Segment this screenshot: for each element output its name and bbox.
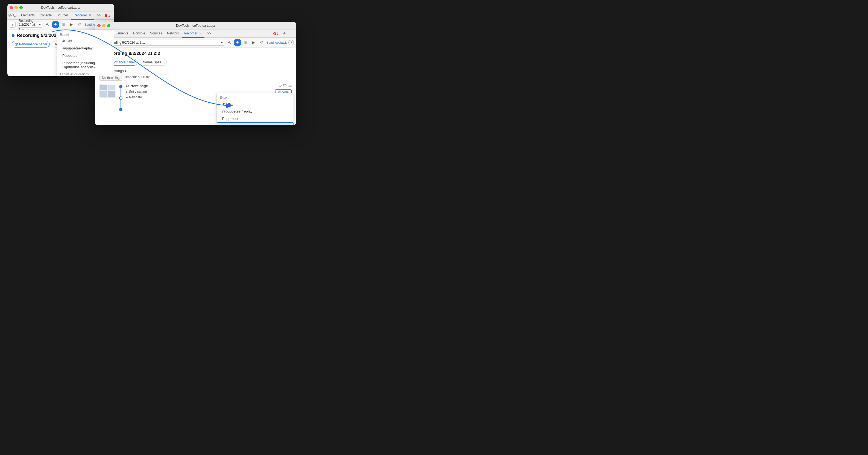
delete-btn-1[interactable]: 🗑: [60, 21, 67, 28]
tab-elements-1[interactable]: Elements: [19, 11, 37, 20]
minimize-button-1[interactable]: [14, 6, 18, 9]
throttle-row-2: No throttling Timeout: 5000 ms: [99, 75, 291, 80]
navigate-item[interactable]: ▶ Navigate: [126, 95, 142, 100]
cursor-icon[interactable]: [8, 12, 12, 19]
maximize-button-1[interactable]: [20, 6, 23, 9]
error-badge-yellow-1[interactable]: 4: [112, 14, 114, 18]
devtools-toolbar-2: Elements Console Sources Network Recorde…: [95, 30, 296, 38]
svg-rect-1: [11, 14, 12, 15]
devtools-window-1: DevTools - coffee-cart.app/ Elements Con…: [7, 4, 114, 76]
delete-btn-2[interactable]: 🗑: [242, 39, 249, 46]
export-puppeteer-1[interactable]: Puppeteer: [57, 52, 114, 59]
recording-bar-2: + Recording 9/2/2024 at 2:... ▾ 🗑 ▶ ↺ Se…: [95, 38, 296, 47]
dropdown-chevron-2: ▾: [221, 41, 223, 44]
export-json-1[interactable]: JSON: [57, 37, 114, 44]
export-puppeteer-lighthouse-1[interactable]: Puppeteer (including Lighthouse analysis…: [57, 59, 114, 71]
replay-settings-2[interactable]: Replay settings ▶: [99, 69, 291, 73]
export-json-2[interactable]: JSON: [217, 100, 293, 108]
more-icon-2[interactable]: ⋮: [288, 30, 295, 37]
recording-controls-2: Performance panel Normal spee...: [99, 59, 291, 66]
export-icon-1[interactable]: [44, 21, 51, 28]
svg-rect-3: [14, 17, 15, 17]
send-feedback-2[interactable]: Send feedback: [267, 41, 287, 44]
maximize-button-2[interactable]: [107, 24, 111, 27]
tab-recorder-1[interactable]: Recorder ✕: [71, 11, 94, 20]
tab-sources-1[interactable]: Sources: [54, 11, 71, 20]
close-button-2[interactable]: [97, 24, 100, 27]
svg-rect-2: [13, 14, 16, 16]
devtools-window-2: DevTools - coffee-cart.app/ Elements Con…: [95, 22, 296, 125]
title-bar-2: DevTools - coffee-cart.app/: [95, 22, 296, 30]
traffic-lights-1: [9, 6, 23, 9]
export-dropdown-2: Export JSON @puppeteer/replay Puppeteer …: [216, 93, 294, 125]
export-icon-2[interactable]: [226, 39, 233, 46]
error-badge-red-2[interactable]: 1: [272, 32, 280, 35]
settings-icon-2[interactable]: ⚙: [281, 30, 288, 37]
dropdown-chevron: ▾: [39, 23, 41, 27]
tab-more-2[interactable]: >>: [205, 30, 213, 38]
export-header-2: Export: [217, 94, 293, 100]
timeline-line-2: [119, 84, 122, 111]
export-puppeteer-2[interactable]: Puppeteer: [217, 115, 293, 122]
recording-actions-2: 🗑 ▶ ↺: [226, 39, 265, 46]
export-puppeteer-replay-1[interactable]: @puppeteer/replay: [57, 44, 114, 52]
download-btn-2[interactable]: [234, 39, 241, 46]
title-bar-1: DevTools - coffee-cart.app/: [7, 4, 114, 11]
toolbar-errors-2: 1: [272, 32, 280, 35]
toolbar-errors-1: 1 4 3: [103, 14, 114, 18]
speed-btn-2[interactable]: Normal spee...: [140, 59, 167, 66]
recording-select-2[interactable]: Recording 9/2/2024 at 2:... ▾: [105, 40, 224, 45]
minimize-button-2[interactable]: [102, 24, 105, 27]
tab-elements-2[interactable]: Elements: [112, 30, 130, 38]
svg-rect-0: [9, 14, 10, 15]
refresh-btn-2[interactable]: ↺: [258, 39, 265, 46]
tab-close-recorder-2[interactable]: ✕: [198, 31, 202, 35]
recording-title-2: Recording 9/2/2024 at 2:2: [99, 51, 291, 56]
tab-close-recorder-1[interactable]: ✕: [88, 13, 92, 17]
devtools-toolbar-1: Elements Console Sources Recorder ✕ >> 1…: [7, 11, 114, 20]
refresh-btn-1[interactable]: ↺: [76, 21, 83, 28]
window-title-2: DevTools - coffee-cart.app/: [176, 24, 215, 28]
recording-actions-1: 🗑 ▶ ↺: [44, 21, 83, 28]
tab-network-2[interactable]: Network: [165, 30, 181, 38]
export-via-extensions-header-1: Export via extensions: [57, 71, 114, 76]
new-recording-btn-1[interactable]: +: [9, 22, 16, 28]
recording-dot-1: [12, 34, 14, 37]
error-badge-red-1[interactable]: 1: [103, 14, 111, 18]
tab-recorder-2[interactable]: Recorder ✕: [182, 30, 205, 38]
close-button-1[interactable]: [9, 6, 13, 9]
export-puppeteer-replay-2[interactable]: @puppeteer/replay: [217, 108, 293, 115]
traffic-lights-2: [97, 24, 111, 27]
download-btn-1[interactable]: [52, 21, 59, 28]
window-title-1: DevTools - coffee-cart.app/: [41, 6, 80, 9]
tab-more-1[interactable]: >>: [95, 11, 103, 20]
page-thumbnail-2: [99, 84, 116, 98]
tab-sources-2[interactable]: Sources: [148, 30, 164, 38]
export-header-1: Export: [57, 31, 114, 37]
help-icon-2[interactable]: ?: [288, 40, 294, 45]
tab-console-1[interactable]: Console: [37, 11, 54, 20]
play-btn-2[interactable]: ▶: [250, 39, 257, 46]
export-dropdown-1: Export JSON @puppeteer/replay Puppeteer …: [57, 30, 114, 76]
play-btn-1[interactable]: ▶: [68, 21, 75, 28]
device-icon[interactable]: [13, 12, 17, 19]
export-puppeteer-firefox-2[interactable]: Puppeteer (for Firefox): [217, 122, 293, 125]
tab-console-2[interactable]: Console: [131, 30, 147, 38]
recording-select-1[interactable]: Recording 9/2/2024 at 2:... ▾: [17, 22, 42, 28]
perf-panel-btn-1[interactable]: Performance panel: [12, 41, 50, 47]
